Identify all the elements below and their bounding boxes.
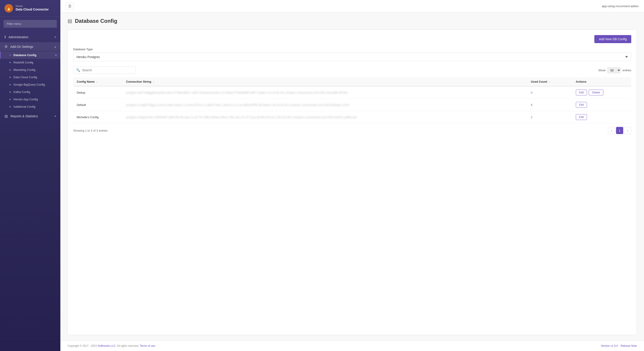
cell-actions: Edit Delete bbox=[572, 86, 631, 99]
chevron-up-icon: ▴ bbox=[54, 45, 56, 48]
cell-config-name: Michelle's Config bbox=[73, 111, 122, 123]
logo-brand: Heroku bbox=[16, 5, 49, 7]
sort-icon: ↕ bbox=[96, 80, 98, 83]
search-bar: 🔍 bbox=[73, 67, 136, 74]
sidebar-item-data-cloud-config[interactable]: Data Cloud Config bbox=[0, 73, 60, 81]
connection-string-value: postgres://rhptgmuntfc.o.86503e97.a600.3… bbox=[126, 116, 357, 119]
sidebar-item-kafka-config[interactable]: Kafka Config bbox=[0, 88, 60, 96]
table-body: Dedup postgres://clj77hd9ggg50.pmk0rv.na… bbox=[73, 86, 631, 123]
sidebar-sub-item-label: Redshift Config bbox=[14, 61, 33, 64]
sidebar-sub-item-label: Database Config bbox=[14, 53, 36, 57]
db-type-label: Database Type bbox=[73, 47, 631, 51]
sidebar-sub-item-label: Additional Config bbox=[14, 105, 35, 108]
sidebar-item-addon-settings[interactable]: ⚙ Add-On Settings ▴ bbox=[0, 42, 60, 51]
sidebar-sub-item-label: Kafka Config bbox=[14, 90, 30, 94]
terms-link[interactable]: Terms of use bbox=[140, 344, 155, 348]
sidebar-item-label: Reports & Statistics bbox=[10, 114, 54, 118]
cell-connection-string: postgres://u.lhg877Ojgg.0.y.c0Yu.c0Abc.b… bbox=[122, 99, 527, 111]
company-link[interactable]: Softtrends LLC bbox=[98, 344, 116, 348]
next-page-button[interactable]: › bbox=[624, 127, 631, 134]
bullet-icon bbox=[10, 62, 11, 63]
nav-section-reports: ▤ Reports & Statistics ▾ bbox=[0, 112, 60, 120]
sidebar-item-google-bigquery-config[interactable]: Google BigQuery Config bbox=[0, 81, 60, 88]
app-name: app-using-mcconnect-addon bbox=[602, 4, 639, 8]
bullet-icon bbox=[10, 77, 11, 78]
content-area: ▤ Database Config Add New DB Config Data… bbox=[60, 12, 644, 341]
main-card: Add New DB Config Database Type Heroku P… bbox=[68, 29, 637, 335]
sidebar-item-reports-statistics[interactable]: ▤ Reports & Statistics ▾ bbox=[0, 112, 60, 120]
top-bar: ☰ app-using-mcconnect-addon bbox=[60, 0, 644, 12]
copyright-text: Copyright © 2017 - 2023 bbox=[68, 344, 98, 348]
sidebar-item-marketing-config[interactable]: Marketing Config bbox=[0, 66, 60, 73]
info-icon: ℹ bbox=[4, 35, 6, 39]
logo-title: Data Cloud Connector bbox=[16, 7, 49, 11]
cell-config-name: Dedup bbox=[73, 86, 122, 99]
delete-button[interactable]: Delete bbox=[589, 90, 603, 95]
table-footer: Showing 1 to 3 of 3 entries ‹ 1 › bbox=[73, 127, 631, 134]
cell-used-count: 6 bbox=[527, 99, 572, 111]
footer-copyright: Copyright © 2017 - 2023 Softtrends LLC. … bbox=[68, 344, 156, 348]
table-header: Config Name ↕ Connection String ↕ Used C… bbox=[73, 77, 631, 86]
col-config-name[interactable]: Config Name ↕ bbox=[73, 77, 122, 86]
edit-button[interactable]: Edit bbox=[576, 114, 587, 120]
rights-text: . All rights reserved. bbox=[116, 344, 139, 348]
sidebar-sub-item-label: Google BigQuery Config bbox=[14, 83, 45, 86]
nav-section-addon-settings: ⚙ Add-On Settings ▴ Database Config Reds… bbox=[0, 42, 60, 111]
connection-string-value: postgres://clj77hd9ggg50.pmk0rv.naFLJr77… bbox=[126, 91, 348, 94]
pagination: ‹ 1 › bbox=[608, 127, 631, 134]
hamburger-button[interactable]: ☰ bbox=[66, 2, 74, 10]
search-input[interactable] bbox=[82, 68, 133, 72]
active-dot bbox=[55, 54, 57, 56]
page-header-icon: ▤ bbox=[68, 18, 72, 24]
bullet-icon bbox=[10, 54, 11, 56]
bullet-icon bbox=[10, 84, 11, 85]
col-connection-string[interactable]: Connection String ↕ bbox=[122, 77, 527, 86]
chevron-down-icon: ▾ bbox=[54, 115, 56, 118]
sidebar-sub-item-label: Marketing Config bbox=[14, 68, 35, 71]
cell-used-count: 2 bbox=[527, 111, 572, 123]
logo-icon: 🔥 bbox=[4, 4, 13, 12]
col-actions: Actions bbox=[572, 77, 631, 86]
bullet-icon bbox=[10, 99, 11, 100]
used-count-value: 2 bbox=[531, 115, 532, 119]
entries-select[interactable]: 10 25 50 100 bbox=[607, 67, 621, 73]
sidebar-nav: ℹ Administration ▾ ⚙ Add-On Settings ▴ D… bbox=[0, 31, 60, 351]
col-used-count[interactable]: Used Count ↕ bbox=[527, 77, 572, 86]
prev-page-button[interactable]: ‹ bbox=[608, 127, 615, 134]
bullet-icon bbox=[10, 106, 11, 107]
data-table: Config Name ↕ Connection String ↕ Used C… bbox=[73, 77, 631, 123]
filter-menu-button[interactable]: Filter menu bbox=[4, 20, 57, 28]
table-controls: 🔍 Show 10 25 50 100 entries bbox=[73, 67, 631, 74]
action-buttons: Edit bbox=[576, 114, 628, 120]
release-note-link[interactable]: Release Note bbox=[620, 344, 637, 348]
add-new-db-config-button[interactable]: Add New DB Config bbox=[594, 35, 631, 43]
active-indicator bbox=[0, 51, 1, 59]
table-row: Default postgres://u.lhg877Ojgg.0.y.c0Yu… bbox=[73, 99, 631, 111]
cell-used-count: 0 bbox=[527, 86, 572, 99]
db-type-select[interactable]: Heroku Postgres Redshift MySQL PostgreSQ… bbox=[73, 53, 631, 61]
edit-button[interactable]: Edit bbox=[576, 90, 587, 95]
sidebar-item-label: Administration bbox=[8, 35, 54, 39]
sidebar-item-administration[interactable]: ℹ Administration ▾ bbox=[0, 33, 60, 41]
version-info: Version v1.6.0 Release Note bbox=[601, 344, 637, 348]
show-label: Show bbox=[598, 69, 606, 72]
chevron-down-icon: ▾ bbox=[54, 35, 56, 39]
show-entries: Show 10 25 50 100 entries bbox=[598, 67, 631, 73]
edit-button[interactable]: Edit bbox=[576, 102, 587, 108]
card-top-bar: Add New DB Config bbox=[73, 35, 631, 43]
sidebar-item-heroku-app-config[interactable]: Heroku App Config bbox=[0, 96, 60, 103]
logo: 🔥 Heroku Data Cloud Connector bbox=[0, 0, 60, 17]
cell-config-name: Default bbox=[73, 99, 122, 111]
sidebar-item-additional-config[interactable]: Additional Config bbox=[0, 103, 60, 110]
sidebar-item-database-config[interactable]: Database Config bbox=[0, 51, 60, 59]
version-link[interactable]: Version v1.6.0 bbox=[601, 344, 618, 348]
bullet-icon bbox=[10, 69, 11, 71]
page-1-button[interactable]: 1 bbox=[616, 127, 623, 134]
sidebar-item-redshift-config[interactable]: Redshift Config bbox=[0, 59, 60, 66]
entries-label: entries bbox=[622, 69, 631, 72]
sidebar-sub-item-label: Heroku App Config bbox=[14, 98, 38, 101]
sidebar-sub-item-label: Data Cloud Config bbox=[14, 75, 37, 79]
reports-icon: ▤ bbox=[4, 114, 8, 118]
addon-settings-subnav: Database Config Redshift Config Marketin… bbox=[0, 51, 60, 111]
sidebar: 🔥 Heroku Data Cloud Connector Filter men… bbox=[0, 0, 60, 351]
